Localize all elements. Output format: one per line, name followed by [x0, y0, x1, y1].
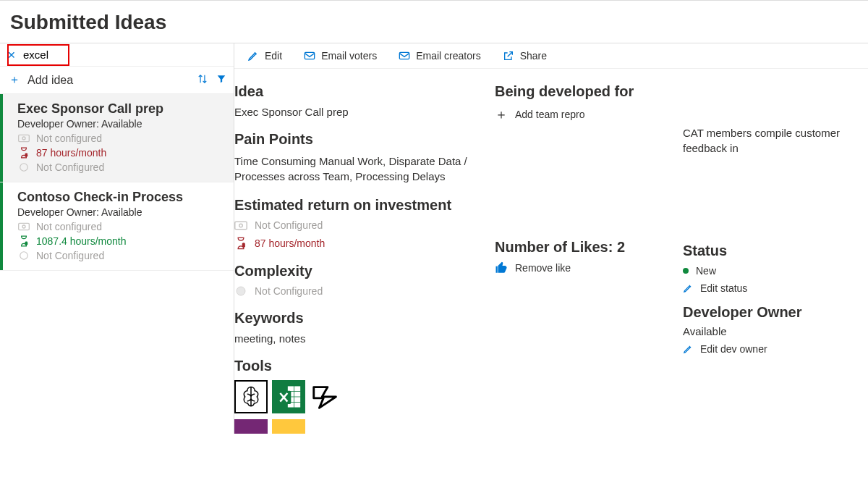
pencil-icon — [683, 344, 693, 354]
complexity-label: Complexity — [234, 263, 488, 279]
dev-owner-value: Available — [683, 325, 854, 337]
sort-icon[interactable] — [197, 74, 208, 86]
complexity-icon — [17, 162, 30, 172]
svg-text:$: $ — [242, 243, 245, 248]
hourglass-icon: $ — [234, 237, 247, 250]
tool-onenote-icon[interactable] — [234, 419, 268, 434]
remove-like-label: Remove like — [515, 262, 571, 274]
svg-text:$: $ — [25, 241, 28, 245]
svg-rect-10 — [235, 222, 247, 230]
idea-complexity: Not Configured — [36, 161, 104, 173]
idea-section-label: Idea — [234, 83, 488, 100]
money-icon — [17, 134, 30, 143]
idea-card[interactable]: Contoso Check-in Process Developer Owner… — [0, 182, 234, 271]
edit-status-label: Edit status — [700, 282, 747, 294]
idea-hours: 1087.4 hours/month — [36, 235, 127, 247]
pain-points-value: Time Consuming Manual Work, Disparate Da… — [234, 153, 488, 184]
svg-point-5 — [22, 225, 25, 228]
thumbs-up-icon — [495, 261, 508, 274]
remove-like-button[interactable]: Remove like — [495, 261, 676, 274]
pencil-icon — [683, 283, 693, 293]
svg-rect-8 — [305, 52, 314, 59]
hourglass-icon: $ — [17, 147, 30, 159]
search-row: ✕ — [0, 43, 234, 67]
money-icon — [234, 221, 247, 230]
selection-indicator — [0, 94, 3, 182]
edit-status-button[interactable]: Edit status — [683, 282, 854, 294]
email-creators-label: Email creators — [416, 50, 480, 62]
keywords-label: Keywords — [234, 310, 488, 327]
detail-toolbar: Edit Email voters Email creators Share — [234, 43, 868, 69]
money-icon — [17, 222, 30, 231]
complexity-icon — [17, 251, 30, 261]
developed-for-label: Being developed for — [495, 83, 676, 100]
edit-dev-owner-label: Edit dev owner — [700, 343, 767, 355]
idea-cost: Not configured — [36, 132, 102, 144]
idea-complexity: Not Configured — [36, 250, 104, 261]
selection-indicator — [0, 182, 3, 270]
complexity-value: Not Configured — [255, 285, 323, 297]
share-button[interactable]: Share — [503, 50, 547, 62]
ideas-list-panel: ✕ ＋ Add idea Exec Sponsor Call prep Deve… — [0, 43, 234, 434]
email-voters-button[interactable]: Email voters — [304, 50, 377, 62]
svg-point-13 — [237, 287, 245, 295]
likes-label: Number of Likes: 2 — [495, 239, 676, 256]
tool-powerautomate-icon[interactable] — [310, 380, 343, 413]
status-dot-icon — [683, 268, 689, 274]
email-creators-button[interactable]: Email creators — [399, 50, 480, 62]
email-voters-label: Email voters — [321, 50, 377, 62]
idea-owner: Developer Owner: Available — [17, 118, 225, 130]
search-input[interactable] — [23, 49, 198, 61]
status-value: New — [696, 265, 716, 277]
share-label: Share — [520, 50, 547, 62]
idea-title: Exec Sponsor Call prep — [17, 101, 225, 117]
add-team-repro-label: Add team repro — [515, 109, 585, 120]
svg-text:$: $ — [25, 153, 28, 157]
tools-label: Tools — [234, 358, 488, 374]
tool-powerbi-icon[interactable] — [272, 419, 305, 434]
edit-button[interactable]: Edit — [247, 50, 282, 62]
idea-hours: 87 hours/month — [36, 147, 106, 159]
filter-icon[interactable] — [216, 74, 226, 86]
complexity-icon — [234, 285, 247, 297]
plus-icon: ＋ — [9, 72, 20, 88]
roi-label: Estimated return on investment — [234, 197, 488, 214]
add-team-repro-button[interactable]: ＋ Add team repro — [495, 106, 676, 123]
tool-brain-icon[interactable] — [234, 380, 268, 413]
idea-title: Contoso Check-in Process — [17, 190, 225, 205]
idea-card[interactable]: Exec Sponsor Call prep Developer Owner: … — [0, 94, 234, 182]
pain-points-label: Pain Points — [234, 131, 488, 148]
svg-point-1 — [22, 137, 25, 140]
svg-point-7 — [20, 252, 28, 260]
note-text: CAT members compile customer feedback in — [683, 125, 854, 156]
clear-search-icon[interactable]: ✕ — [7, 49, 16, 61]
svg-rect-9 — [399, 52, 409, 59]
status-section-label: Status — [683, 243, 854, 259]
svg-point-3 — [20, 164, 28, 172]
idea-cost: Not configured — [36, 221, 102, 232]
hourglass-icon: $ — [17, 235, 30, 247]
svg-rect-4 — [19, 223, 30, 230]
keywords-value: meeting, notes — [234, 332, 488, 345]
svg-point-11 — [239, 224, 243, 227]
page-title: Submitted Ideas — [0, 4, 868, 43]
roi-hours: 87 hours/month — [255, 237, 325, 249]
idea-value: Exec Sponsor Call prep — [234, 106, 488, 118]
edit-label: Edit — [265, 50, 282, 62]
idea-owner: Developer Owner: Available — [17, 206, 225, 218]
add-idea-label: Add idea — [27, 74, 73, 87]
dev-owner-section-label: Developer Owner — [683, 304, 854, 321]
svg-rect-0 — [19, 135, 30, 141]
roi-cost: Not Configured — [255, 219, 323, 231]
add-idea-row[interactable]: ＋ Add idea — [0, 67, 234, 94]
tool-excel-icon[interactable] — [272, 380, 305, 413]
edit-dev-owner-button[interactable]: Edit dev owner — [683, 343, 854, 355]
